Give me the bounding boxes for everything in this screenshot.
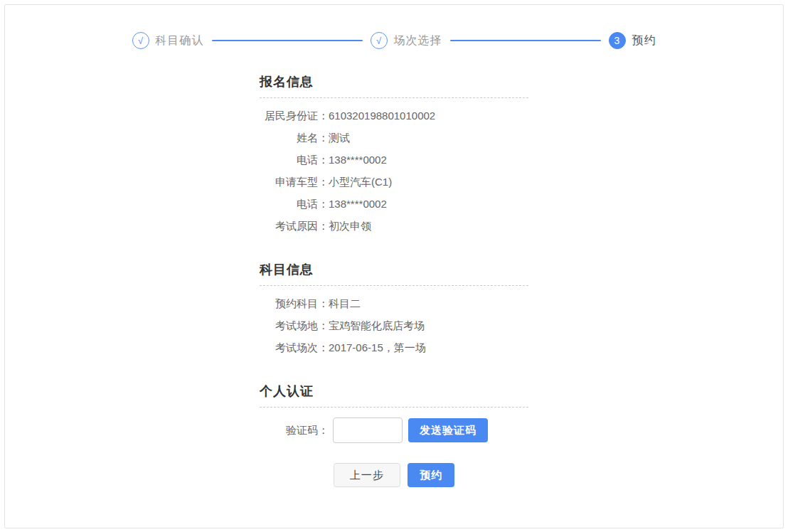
actions-bar: 上一步 预约 <box>260 463 528 487</box>
info-label: 姓名： <box>260 127 329 149</box>
info-label: 电话： <box>260 193 329 215</box>
info-row: 考试场次：2017-06-15，第一场 <box>260 336 528 358</box>
captcha-label: 验证码： <box>260 424 329 437</box>
step-session-select[interactable]: √ 场次选择 <box>371 32 442 49</box>
info-label: 考试场地： <box>260 314 329 336</box>
info-label: 申请车型： <box>260 171 329 193</box>
info-row: 预约科目：科目二 <box>260 292 528 314</box>
step-check-icon: √ <box>371 32 388 49</box>
step-number: 3 <box>609 32 626 49</box>
info-value: 610320198801010002 <box>329 110 435 122</box>
info-label: 居民身份证： <box>260 105 329 127</box>
step-label: 场次选择 <box>394 33 442 48</box>
info-row: 电话：138****0002 <box>260 193 528 215</box>
page-container: √ 科目确认 √ 场次选择 3 预约 报名信息 居民身份证：6103201988… <box>4 4 784 528</box>
section-registration-info: 报名信息 居民身份证：610320198801010002 姓名：测试 电话：1… <box>260 73 528 237</box>
step-subject-confirm[interactable]: √ 科目确认 <box>132 32 204 49</box>
info-value: 测试 <box>329 132 350 144</box>
info-value: 初次申领 <box>329 220 371 232</box>
info-value: 138****0002 <box>329 154 387 166</box>
step-check-icon: √ <box>132 32 149 49</box>
captcha-input[interactable] <box>333 417 403 443</box>
info-row: 姓名：测试 <box>260 127 528 149</box>
step-connector <box>212 40 363 41</box>
info-value: 138****0002 <box>329 198 387 210</box>
section-title: 报名信息 <box>260 73 528 98</box>
info-row: 考试原因：初次申领 <box>260 215 528 237</box>
info-rows: 居民身份证：610320198801010002 姓名：测试 电话：138***… <box>260 98 528 237</box>
info-value: 宝鸡智能化底店考场 <box>329 319 425 331</box>
main-content: 报名信息 居民身份证：610320198801010002 姓名：测试 电话：1… <box>260 73 528 487</box>
step-reservation[interactable]: 3 预约 <box>609 32 656 49</box>
step-label: 预约 <box>632 33 656 48</box>
back-button[interactable]: 上一步 <box>334 463 400 487</box>
info-row: 居民身份证：610320198801010002 <box>260 105 528 127</box>
info-row: 考试场地：宝鸡智能化底店考场 <box>260 314 528 336</box>
stepper: √ 科目确认 √ 场次选择 3 预约 <box>132 32 656 49</box>
info-label: 电话： <box>260 149 329 171</box>
info-value: 小型汽车(C1) <box>329 176 392 188</box>
info-row: 电话：138****0002 <box>260 149 528 171</box>
info-label: 考试原因： <box>260 215 329 237</box>
step-connector <box>450 40 601 41</box>
info-rows: 预约科目：科目二 考试场地：宝鸡智能化底店考场 考试场次：2017-06-15，… <box>260 286 528 358</box>
info-row: 申请车型：小型汽车(C1) <box>260 171 528 193</box>
captcha-row: 验证码： 发送验证码 <box>260 417 528 443</box>
section-title: 个人认证 <box>260 383 528 408</box>
info-label: 考试场次： <box>260 336 329 358</box>
info-value: 2017-06-15，第一场 <box>329 341 426 353</box>
info-value: 科目二 <box>329 297 361 309</box>
section-subject-info: 科目信息 预约科目：科目二 考试场地：宝鸡智能化底店考场 考试场次：2017-0… <box>260 261 528 358</box>
step-label: 科目确认 <box>156 33 204 48</box>
info-label: 预约科目： <box>260 292 329 314</box>
section-personal-verification: 个人认证 验证码： 发送验证码 <box>260 383 528 443</box>
submit-button[interactable]: 预约 <box>408 463 454 487</box>
section-title: 科目信息 <box>260 261 528 286</box>
send-code-button[interactable]: 发送验证码 <box>408 418 488 442</box>
